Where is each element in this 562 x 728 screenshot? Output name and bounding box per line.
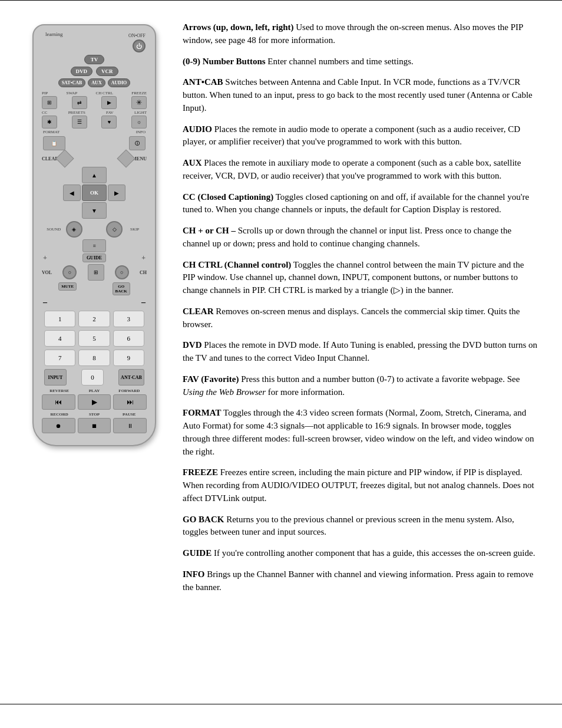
aux-button[interactable]: AUX [88, 78, 105, 87]
num-2-button[interactable]: 2 [78, 311, 110, 327]
cc-button[interactable]: ✱ [42, 116, 57, 129]
num-4-button[interactable]: 4 [44, 330, 75, 347]
record-label: RECORD [42, 412, 77, 417]
desc-clear: CLEAR Removes on-screen menus and displa… [183, 305, 538, 331]
num-9-button[interactable]: 9 [113, 350, 144, 366]
ant-cab-button[interactable]: ANT·CAB [118, 369, 144, 386]
chctrl-label: CH CTRL [96, 91, 113, 95]
swap-button[interactable]: ⇄ [72, 96, 87, 109]
num-8-button[interactable]: 8 [78, 350, 110, 366]
swap-label: SWAP [67, 91, 78, 95]
audio-button[interactable]: AUDIO [108, 78, 131, 87]
fav-body2: for more information. [266, 387, 345, 397]
desc-info: INFO Brings up the Channel Banner with c… [183, 568, 538, 594]
desc-ch-plusminus: CH + or CH – Scrolls up or down through … [183, 225, 538, 251]
ch-minus-button[interactable]: – [141, 298, 146, 307]
reverse-label: REVERSE [42, 388, 77, 393]
vol-plus-button[interactable]: + [43, 253, 47, 262]
fav-label: FAV [106, 110, 114, 115]
vol-minus-button[interactable]: – [43, 298, 47, 307]
number-grid: 1 2 3 4 5 6 7 8 9 [41, 311, 148, 366]
format-body: Toggles through the 4:3 video screen for… [183, 408, 534, 456]
stop-label: STOP [77, 412, 111, 417]
page: learning ON•OFF ⏻ TV DVD VCR [0, 0, 562, 728]
cc-term: CC (Closed Captioning) [183, 192, 273, 202]
desc-go-back: GO BACK Returns you to the previous chan… [183, 513, 538, 539]
format-button[interactable]: 📋 [43, 136, 65, 150]
go-back-body: Returns you to the previous channel or p… [183, 515, 514, 537]
go-back-term: GO BACK [183, 515, 224, 524]
fav-italic: Using the Web Browser [183, 387, 266, 397]
list2-button[interactable]: ⊞ [88, 264, 104, 281]
freeze-term: FREEZE [183, 467, 218, 477]
desc-arrows: Arrows (up, down, left, right) Used to m… [183, 21, 538, 47]
menu-button[interactable] [117, 149, 135, 167]
ch-plusminus-term: CH + or CH – [183, 226, 236, 235]
freeze-body: Freezes entire screen, including the mai… [183, 467, 534, 503]
power-button[interactable]: ⏻ [133, 39, 146, 52]
pip-button[interactable]: ⊞ [42, 96, 57, 109]
presets-label: PRESETS [68, 110, 85, 115]
right-button[interactable]: ▶ [108, 185, 125, 201]
presets-button[interactable]: ☰ [72, 116, 87, 129]
stop-button[interactable]: ⏹ [78, 418, 111, 433]
num-1-button[interactable]: 1 [44, 311, 75, 327]
audio-body: Places the remote in audio mode to opera… [183, 124, 520, 147]
pause-label: PAUSE [112, 412, 147, 417]
desc-format: FORMAT Toggles through the 4:3 video scr… [183, 407, 538, 458]
left-button[interactable]: ◀ [63, 185, 81, 201]
ch-label: CH [140, 270, 147, 275]
sound-button[interactable]: ◈ [66, 221, 82, 238]
vol-dial[interactable]: ○ [62, 265, 77, 279]
ch-dial[interactable]: ○ [115, 265, 129, 279]
aux-term: AUX [183, 158, 202, 167]
num-3-button[interactable]: 3 [113, 311, 144, 327]
vcr-button[interactable]: VCR [96, 67, 118, 76]
tv-button[interactable]: TV [84, 55, 105, 64]
desc-number-buttons: (0-9) Number Buttons Enter channel numbe… [183, 55, 538, 68]
fav-button[interactable]: ♥ [101, 116, 117, 129]
freeze-button[interactable]: ✳ [131, 96, 147, 109]
sound-label: SOUND [42, 227, 66, 232]
list-button[interactable]: ≡ [82, 239, 106, 252]
ok-button[interactable]: OK [82, 185, 107, 201]
desc-guide: GUIDE If you're controlling another comp… [183, 547, 538, 560]
play-button[interactable]: ▶ [78, 394, 111, 410]
num-7-button[interactable]: 7 [44, 350, 75, 366]
dvd-button[interactable]: DVD [71, 67, 93, 76]
ch-plus-button[interactable]: + [141, 253, 146, 262]
remote-container: learning ON•OFF ⏻ TV DVD VCR [24, 18, 165, 602]
pause-button[interactable]: ⏸ [113, 418, 147, 433]
info-button[interactable]: ⓘ [129, 136, 146, 150]
pip-label: PIP [42, 91, 48, 95]
up-button[interactable]: ▲ [82, 167, 107, 183]
light-button[interactable]: ☼ [131, 116, 147, 129]
desc-freeze: FREEZE Freezes entire screen, including … [183, 466, 538, 505]
format-term: FORMAT [183, 408, 222, 417]
skip-button[interactable]: ◇ [106, 221, 123, 238]
input-button[interactable]: INPUT [44, 369, 67, 386]
record-button[interactable]: ⏺ [42, 418, 75, 433]
guide-button[interactable]: GUIDE [82, 253, 106, 262]
clear-button[interactable] [55, 149, 74, 167]
desc-ant-cab: ANT•CAB Switches between Antenna and Cab… [183, 76, 538, 114]
cc-label-text: CC [42, 110, 47, 115]
guide-body: If you're controlling another component … [211, 548, 535, 558]
forward-button[interactable]: ⏭ [113, 394, 147, 410]
reverse-button[interactable]: ⏮ [42, 394, 75, 410]
num-6-button[interactable]: 6 [113, 330, 144, 347]
go-back-button[interactable]: GO BACK [113, 282, 130, 295]
ant-cab-term: ANT•CAB [183, 77, 223, 87]
down-button[interactable]: ▼ [82, 202, 107, 219]
description-area: Arrows (up, down, left, right) Used to m… [183, 18, 538, 602]
num-0-button[interactable]: 0 [81, 369, 104, 386]
info-body: Brings up the Channel Banner with channe… [183, 569, 533, 592]
num-5-button[interactable]: 5 [78, 330, 110, 347]
fav-term: FAV (Favorite) [183, 374, 239, 384]
desc-aux: AUX Places the remote in auxiliary mode … [183, 157, 538, 183]
sat-cab-button[interactable]: SAT•CAB [58, 78, 86, 87]
ch-ctrl-button[interactable]: ▶ [101, 96, 117, 109]
power-icon: ⏻ [136, 43, 142, 50]
mute-button[interactable]: MUTE [58, 282, 77, 291]
onoff-label: ON•OFF [128, 33, 146, 38]
